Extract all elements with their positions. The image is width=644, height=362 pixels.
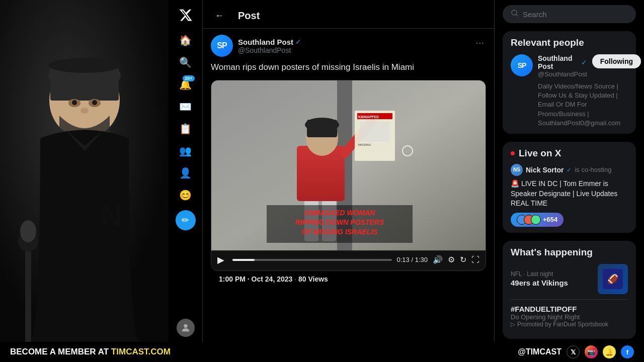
svg-rect-10	[25, 241, 31, 342]
banner-right: @TIMCAST 𝕏 📷 🔔 f	[518, 345, 634, 358]
svg-text:KIDNAPPED: KIDNAPPED	[358, 115, 379, 119]
x-logo[interactable]	[176, 5, 196, 25]
follow-button[interactable]: Following	[592, 54, 641, 68]
video-controls: ▶ 0:13 / 1:30 🔊 ⚙ ↻ ⛶	[211, 251, 486, 268]
post-meta: 1:00 PM · Oct 24, 2023 · 80 Views	[211, 271, 486, 285]
svg-text:MISSING: MISSING	[358, 143, 371, 146]
progress-fill	[232, 259, 255, 261]
post-user-row: SP Southland Post ✓ @SouthlandPost ···	[211, 35, 486, 57]
relevant-people-title: Relevant people	[511, 37, 628, 48]
post-user-name: Southland Post	[238, 38, 293, 46]
sidebar-notifications[interactable]: 🔔 20+	[176, 74, 196, 95]
live-section: Live on X NS Nick Sortor ✓ is co-hosting…	[503, 142, 636, 233]
bell-social-icon[interactable]: 🔔	[603, 345, 616, 358]
twitter-panel: 🏠 🔍 🔔 20+ ✉️ 📋 👥 👤 😊 ✏ ← Post	[169, 0, 644, 342]
live-title: Live on X	[519, 148, 561, 159]
relevant-person-handle: @SouthlandPost	[538, 70, 587, 78]
happening-promoted: ▷Promoted by FanDuel Sportsbook	[511, 321, 628, 328]
svg-point-4	[48, 58, 121, 73]
sidebar-explore[interactable]: 🔍	[176, 52, 196, 72]
live-dot	[511, 151, 515, 155]
svg-point-9	[80, 108, 89, 114]
happening-hashtag-sub: Do Opening Night Right	[511, 313, 628, 321]
relevant-person-verified: ✓	[581, 58, 587, 66]
svg-text:🏈: 🏈	[607, 274, 619, 285]
viewer-count: +654	[543, 216, 557, 223]
settings-icon[interactable]: ⚙	[448, 255, 455, 264]
post-header: ← Post	[203, 0, 494, 29]
happening-item-nfl[interactable]: NFL · Last night 49ers at Vikings 🏈	[511, 264, 628, 294]
happening-divider	[511, 299, 628, 300]
search-box[interactable]: Search	[503, 5, 636, 23]
relevant-people-section: Relevant people SP Southland Post ✓ @Sou…	[503, 31, 636, 134]
svg-point-12	[20, 220, 36, 242]
happening-nfl-image: 🏈	[598, 264, 628, 294]
video-content: KIDNAPPED MISSING UNMASKED WOMAN RIPPING…	[211, 80, 486, 251]
relevant-person-avatar[interactable]: SP	[511, 54, 533, 76]
loop-icon[interactable]: ↻	[460, 255, 466, 264]
sidebar-communities[interactable]: 👥	[176, 141, 196, 161]
progress-bar[interactable]	[232, 259, 392, 261]
svg-text:N: N	[101, 199, 122, 233]
user-avatar-sidebar[interactable]	[177, 319, 195, 337]
verified-icon: ✓	[295, 38, 301, 46]
facebook-social-icon[interactable]: f	[621, 345, 634, 358]
post-user-details: Southland Post ✓ @SouthlandPost	[238, 38, 301, 54]
live-host-avatar: NS	[511, 164, 523, 176]
happening-nfl-label: NFL · Last night	[511, 270, 598, 278]
sidebar-messages[interactable]: ✉️	[176, 97, 196, 117]
svg-point-7	[72, 100, 77, 105]
main-content: ← Post SP Southland Post ✓	[203, 0, 495, 342]
svg-point-14	[184, 324, 187, 328]
twitter-social-icon[interactable]: 𝕏	[567, 345, 580, 358]
live-broadcast-title: 🚨 LIVE IN DC | Tom Emmer is Speaker Desi…	[511, 179, 628, 209]
banner-become-text: BECOME A MEMBER AT	[10, 347, 111, 356]
live-viewers-button[interactable]: +654	[511, 213, 564, 227]
viewer-avatar-3	[531, 215, 541, 225]
instagram-social-icon[interactable]: 📷	[585, 345, 598, 358]
post-title: Post	[238, 10, 260, 22]
play-button[interactable]: ▶	[217, 254, 227, 265]
relevant-person-bio: Daily Videos/News Source | Follow Us & S…	[538, 82, 628, 128]
compose-button[interactable]: ✏	[176, 210, 196, 230]
search-input[interactable]: Search	[523, 10, 628, 19]
svg-text:OF MISSING ISRAELIS: OF MISSING ISRAELIS	[302, 228, 378, 236]
search-icon	[511, 9, 519, 19]
relevant-person-name: Southland Post	[538, 54, 579, 70]
webcam-panel: N	[0, 0, 169, 342]
happening-item-hashtag[interactable]: #FANDUELTIPOFF Do Opening Night Right ▷P…	[511, 305, 628, 328]
relevant-person-info: Southland Post ✓ @SouthlandPost	[538, 54, 587, 78]
back-button[interactable]: ←	[211, 7, 228, 24]
live-user-row: NS Nick Sortor ✓ is co-hosting	[511, 164, 628, 176]
post-text: Woman rips down posters of missing Israe…	[211, 61, 486, 74]
bottom-banner: BECOME A MEMBER AT TIMCAST.COM @TIMCAST …	[0, 342, 644, 362]
post-views: 80	[298, 275, 306, 283]
live-cohost-text: is co-hosting	[575, 166, 611, 173]
post-body: SP Southland Post ✓ @SouthlandPost ··· W…	[203, 29, 494, 291]
right-sidebar: Search Relevant people SP Southland Post…	[495, 0, 644, 342]
svg-text:RIPPING DOWN POSTERS: RIPPING DOWN POSTERS	[295, 218, 384, 226]
video-container[interactable]: KIDNAPPED MISSING UNMASKED WOMAN RIPPING…	[211, 80, 486, 271]
happening-hashtag: #FANDUELTIPOFF	[511, 305, 628, 313]
fullscreen-icon[interactable]: ⛶	[471, 255, 479, 264]
volume-icon[interactable]: 🔊	[433, 255, 443, 264]
sidebar-profile[interactable]: 👤	[176, 163, 196, 183]
more-button[interactable]: ···	[473, 35, 486, 50]
post-views-label: Views	[308, 275, 328, 283]
svg-rect-28	[360, 122, 390, 142]
happening-nfl-title: 49ers at Vikings	[511, 279, 598, 287]
svg-text:UNMASKED WOMAN: UNMASKED WOMAN	[304, 209, 376, 217]
live-host-name: Nick Sortor	[526, 166, 564, 174]
post-user-info: SP Southland Post ✓ @SouthlandPost	[211, 35, 301, 57]
svg-rect-24	[307, 120, 337, 137]
post-user-avatar[interactable]: SP	[211, 35, 233, 57]
post-user-handle: @SouthlandPost	[238, 46, 301, 54]
whats-happening-title: What's happening	[511, 247, 628, 258]
sidebar-lists[interactable]: 📋	[176, 119, 196, 139]
sidebar-more[interactable]: 😊	[176, 185, 196, 205]
post-time: 1:00 PM · Oct 24, 2023	[219, 275, 292, 283]
banner-handle: @TIMCAST	[518, 347, 561, 356]
left-sidebar: 🏠 🔍 🔔 20+ ✉️ 📋 👥 👤 😊 ✏	[169, 0, 203, 342]
sidebar-home[interactable]: 🏠	[176, 30, 196, 50]
banner-site-link[interactable]: TIMCAST.COM	[111, 347, 171, 356]
